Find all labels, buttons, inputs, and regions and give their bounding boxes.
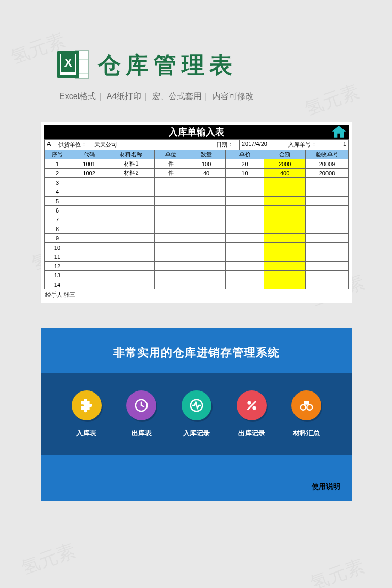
table-cell[interactable]: [154, 262, 187, 271]
table-cell[interactable]: [108, 271, 154, 280]
table-cell[interactable]: [225, 224, 264, 234]
table-cell[interactable]: [187, 280, 225, 289]
table-cell[interactable]: [187, 197, 225, 206]
table-cell[interactable]: [154, 197, 187, 206]
table-cell[interactable]: [70, 224, 108, 234]
home-icon[interactable]: [330, 124, 348, 140]
table-cell[interactable]: [70, 215, 108, 224]
table-cell[interactable]: [264, 262, 306, 271]
table-cell[interactable]: [306, 178, 349, 187]
table-cell[interactable]: [225, 243, 264, 252]
table-cell[interactable]: [306, 252, 349, 262]
table-cell[interactable]: [154, 271, 187, 280]
table-cell[interactable]: [264, 271, 306, 280]
table-cell[interactable]: 8: [45, 224, 70, 234]
table-cell[interactable]: [70, 187, 108, 197]
table-cell[interactable]: [225, 215, 264, 224]
table-cell[interactable]: 13: [45, 271, 70, 280]
table-cell[interactable]: [187, 178, 225, 187]
dashboard-item-percent[interactable]: 出库记录: [237, 390, 267, 438]
table-cell[interactable]: 7: [45, 215, 70, 224]
table-cell[interactable]: [70, 280, 108, 289]
table-cell[interactable]: [187, 187, 225, 197]
table-cell[interactable]: 5: [45, 197, 70, 206]
table-cell[interactable]: [187, 252, 225, 262]
table-cell[interactable]: [187, 243, 225, 252]
table-cell[interactable]: [70, 178, 108, 187]
table-cell[interactable]: [225, 206, 264, 215]
table-cell[interactable]: [70, 197, 108, 206]
table-cell[interactable]: [154, 280, 187, 289]
table-cell[interactable]: [264, 187, 306, 197]
table-cell[interactable]: [108, 206, 154, 215]
table-cell[interactable]: [108, 243, 154, 252]
table-cell[interactable]: [306, 234, 349, 243]
table-cell[interactable]: 3: [45, 178, 70, 187]
table-cell[interactable]: [264, 224, 306, 234]
table-cell[interactable]: [306, 280, 349, 289]
table-cell[interactable]: 14: [45, 280, 70, 289]
table-cell[interactable]: 2: [45, 169, 70, 178]
table-cell[interactable]: [108, 280, 154, 289]
table-cell[interactable]: [187, 234, 225, 243]
table-cell[interactable]: [108, 215, 154, 224]
table-cell[interactable]: [154, 178, 187, 187]
table-cell[interactable]: 100: [187, 159, 225, 169]
table-cell[interactable]: [264, 234, 306, 243]
table-cell[interactable]: 1002: [70, 169, 108, 178]
table-cell[interactable]: [108, 187, 154, 197]
table-cell[interactable]: [264, 243, 306, 252]
table-cell[interactable]: [108, 197, 154, 206]
table-cell[interactable]: [264, 197, 306, 206]
table-cell[interactable]: 20009: [306, 159, 349, 169]
dashboard-item-binoculars[interactable]: 材料汇总: [291, 390, 321, 438]
table-cell[interactable]: 1: [45, 159, 70, 169]
table-cell[interactable]: [154, 252, 187, 262]
table-cell[interactable]: [225, 187, 264, 197]
table-cell[interactable]: [306, 224, 349, 234]
table-cell[interactable]: [187, 262, 225, 271]
table-cell[interactable]: [225, 271, 264, 280]
table-cell[interactable]: 材料1: [108, 159, 154, 169]
dashboard-item-puzzle[interactable]: 入库表: [72, 390, 102, 438]
table-cell[interactable]: [306, 187, 349, 197]
table-cell[interactable]: [306, 271, 349, 280]
table-cell[interactable]: [306, 206, 349, 215]
table-cell[interactable]: [70, 206, 108, 215]
table-cell[interactable]: [225, 252, 264, 262]
table-cell[interactable]: [187, 271, 225, 280]
table-cell[interactable]: 10: [45, 243, 70, 252]
table-cell[interactable]: [225, 280, 264, 289]
table-cell[interactable]: [70, 271, 108, 280]
table-cell[interactable]: 10: [225, 169, 264, 178]
table-cell[interactable]: [187, 224, 225, 234]
table-cell[interactable]: [306, 197, 349, 206]
table-cell[interactable]: [264, 206, 306, 215]
table-cell[interactable]: 材料2: [108, 169, 154, 178]
table-cell[interactable]: [70, 252, 108, 262]
table-cell[interactable]: 20008: [306, 169, 349, 178]
table-cell[interactable]: [264, 215, 306, 224]
table-cell[interactable]: [306, 215, 349, 224]
table-cell[interactable]: [264, 178, 306, 187]
table-cell[interactable]: [225, 178, 264, 187]
table-cell[interactable]: [225, 262, 264, 271]
table-cell[interactable]: [225, 234, 264, 243]
table-cell[interactable]: [264, 252, 306, 262]
table-cell[interactable]: [108, 252, 154, 262]
table-cell[interactable]: 2000: [264, 159, 306, 169]
table-cell[interactable]: [306, 262, 349, 271]
table-cell[interactable]: 1001: [70, 159, 108, 169]
table-cell[interactable]: [108, 262, 154, 271]
table-cell[interactable]: [187, 206, 225, 215]
table-cell[interactable]: [108, 234, 154, 243]
table-cell[interactable]: [70, 234, 108, 243]
table-cell[interactable]: [154, 215, 187, 224]
table-cell[interactable]: 400: [264, 169, 306, 178]
table-cell[interactable]: 12: [45, 262, 70, 271]
table-cell[interactable]: [154, 206, 187, 215]
table-cell[interactable]: [154, 243, 187, 252]
table-cell[interactable]: [154, 234, 187, 243]
instructions-link[interactable]: 使用说明: [312, 482, 340, 492]
table-cell[interactable]: 9: [45, 234, 70, 243]
